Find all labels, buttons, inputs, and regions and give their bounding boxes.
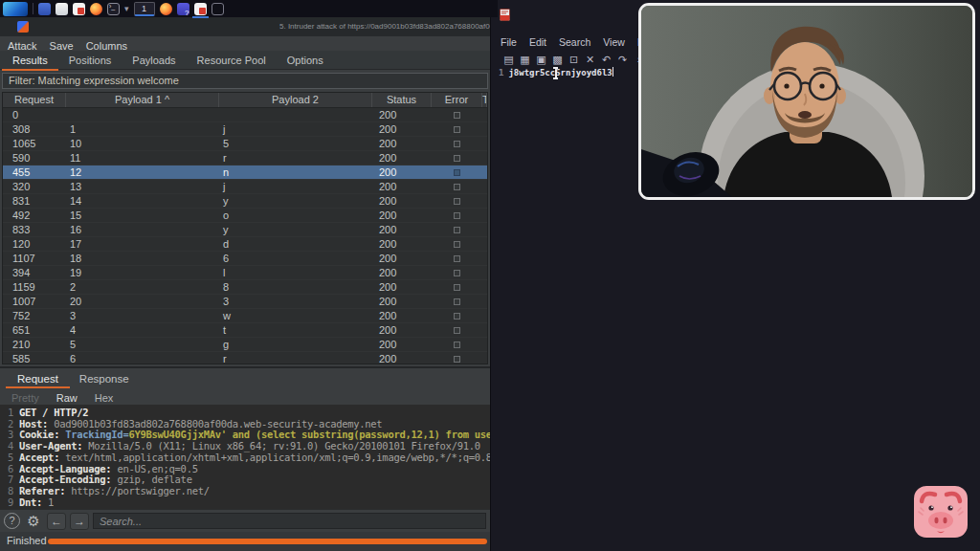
save-as-icon[interactable]: ▩: [549, 54, 566, 66]
timeout-cell: [482, 280, 487, 294]
document-icon[interactable]: [73, 3, 85, 15]
error-checkbox[interactable]: [454, 227, 460, 233]
redo-icon[interactable]: ↷: [614, 54, 631, 66]
column-header-t[interactable]: T: [482, 93, 487, 107]
editor-menu-view[interactable]: View: [603, 36, 625, 48]
tab-hex[interactable]: Hex: [86, 391, 122, 405]
error-checkbox[interactable]: [454, 284, 460, 291]
error-checkbox[interactable]: [454, 112, 460, 119]
save-icon[interactable]: ▣: [533, 54, 549, 66]
tab-payloads[interactable]: Payloads: [122, 52, 186, 69]
cell: l: [219, 266, 372, 279]
workspace-indicator[interactable]: 1: [134, 2, 155, 16]
editor-menu-search[interactable]: Search: [559, 36, 590, 48]
back-arrow-icon[interactable]: ←: [47, 513, 66, 530]
table-row[interactable]: 83316y200: [3, 223, 487, 237]
dropdown-caret-icon[interactable]: ▾: [124, 3, 129, 15]
table-row[interactable]: 39419l200: [3, 266, 487, 280]
error-checkbox[interactable]: [454, 169, 460, 176]
firefox-icon[interactable]: [90, 3, 102, 15]
file-manager-icon[interactable]: [56, 3, 68, 15]
error-checkbox[interactable]: [454, 141, 460, 147]
window-outline-icon[interactable]: [212, 3, 224, 15]
error-checkbox[interactable]: [454, 212, 460, 219]
cell: 8: [219, 280, 372, 294]
table-row[interactable]: 83114y200: [3, 194, 487, 209]
new-document-icon[interactable]: ▤: [501, 54, 517, 66]
error-checkbox[interactable]: [454, 155, 460, 162]
column-header-request[interactable]: Request: [3, 93, 66, 107]
table-row[interactable]: 3081j200: [3, 122, 487, 137]
tab-pretty[interactable]: Pretty: [3, 391, 48, 405]
cell: 1107: [3, 252, 66, 265]
tab-response[interactable]: Response: [68, 371, 141, 386]
cell: 200: [372, 165, 432, 179]
error-checkbox[interactable]: [454, 356, 460, 363]
table-row[interactable]: 2105g200: [3, 338, 487, 352]
request-line: 8Referer: https://portswigger.net/: [2, 486, 490, 497]
error-checkbox[interactable]: [454, 126, 460, 133]
forward-arrow-icon[interactable]: →: [70, 513, 89, 530]
table-row[interactable]: 45512n200: [3, 165, 487, 180]
search-input[interactable]: [93, 513, 486, 529]
help-app-icon[interactable]: [177, 3, 189, 15]
column-header-payload-1-[interactable]: Payload 1 ^: [66, 93, 219, 107]
burp-titlebar[interactable]: 5. Intruder attack of https://0ad9001b03…: [0, 17, 490, 36]
settings-gear-icon[interactable]: ⚙: [24, 513, 43, 530]
error-checkbox[interactable]: [454, 270, 460, 276]
help-icon[interactable]: ?: [4, 513, 20, 529]
editor-toolbar: ▤▦▣▩⊡✕↶↷›: [501, 50, 647, 65]
tab-positions[interactable]: Positions: [58, 52, 122, 69]
table-row[interactable]: 0200: [3, 108, 487, 122]
editor-text[interactable]: j8wtgr5cc5rnjyoyd6l3: [508, 68, 612, 77]
open-icon[interactable]: ▦: [517, 54, 533, 66]
error-checkbox[interactable]: [454, 255, 460, 262]
splitter-handle[interactable]: [0, 366, 490, 368]
apps-logo-icon[interactable]: [3, 2, 28, 16]
tab-request[interactable]: Request: [6, 371, 70, 388]
firefox-icon-small[interactable]: [160, 3, 172, 15]
error-checkbox[interactable]: [454, 198, 460, 205]
column-header-error[interactable]: Error: [432, 93, 482, 107]
cell: 200: [372, 266, 432, 279]
editor-app-icon: [500, 9, 510, 21]
editor-menu-file[interactable]: File: [501, 36, 517, 48]
table-row[interactable]: 115928200: [3, 280, 487, 295]
table-row[interactable]: 1065105200: [3, 137, 487, 151]
document-icon-active[interactable]: [194, 3, 207, 15]
error-checkbox[interactable]: [454, 313, 460, 320]
cell: w: [219, 309, 372, 322]
request-text: Mozilla/5.0 (X11; Linux x86_64; rv:91.0)…: [82, 440, 480, 452]
error-checkbox[interactable]: [454, 342, 460, 348]
tab-options[interactable]: Options: [277, 52, 334, 69]
table-row[interactable]: 49215o200: [3, 209, 487, 223]
table-row[interactable]: 1107186200: [3, 252, 487, 266]
timeout-cell: [482, 338, 487, 351]
column-header-payload-2[interactable]: Payload 2: [219, 93, 372, 107]
cell: 308: [3, 122, 66, 136]
error-checkbox[interactable]: [454, 327, 460, 334]
tab-results[interactable]: Results: [2, 52, 58, 71]
close-icon[interactable]: ✕: [582, 54, 598, 66]
filter-bar[interactable]: Filter: Matching expression welcome: [2, 73, 488, 89]
table-row[interactable]: 5856r200: [3, 352, 487, 364]
request-raw-view[interactable]: 1GET / HTTP/22Host: 0ad9001b03fd83ad802a…: [0, 405, 490, 509]
error-cell: [432, 165, 482, 179]
tab-resource-pool[interactable]: Resource Pool: [187, 52, 277, 69]
table-row[interactable]: 1007203200: [3, 295, 487, 309]
revert-icon[interactable]: ⊡: [566, 54, 582, 66]
table-row[interactable]: 12017d200: [3, 237, 487, 252]
terminal-icon[interactable]: [107, 3, 120, 15]
column-header-status[interactable]: Status: [372, 93, 432, 107]
editor-menu-edit[interactable]: Edit: [529, 36, 546, 48]
undo-icon[interactable]: ↶: [598, 54, 614, 66]
error-checkbox[interactable]: [454, 298, 460, 305]
error-checkbox[interactable]: [454, 241, 460, 248]
table-row[interactable]: 59011r200: [3, 151, 487, 165]
table-row[interactable]: 6514t200: [3, 323, 487, 338]
window-icon[interactable]: [38, 3, 51, 15]
timeout-cell: [482, 151, 487, 165]
table-row[interactable]: 7523w200: [3, 309, 487, 323]
table-row[interactable]: 32013j200: [3, 180, 487, 194]
error-checkbox[interactable]: [454, 184, 460, 190]
